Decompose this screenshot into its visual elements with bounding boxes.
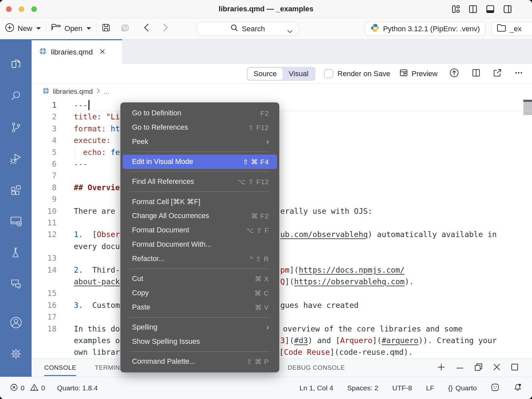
quarto-version[interactable]: Quarto: 1.8.4 [57,384,98,392]
menu-item-edit-in-visual-mode[interactable]: Edit in Visual Mode⇧ ⌘ F4 [123,155,277,169]
menu-divider [130,351,270,352]
menu-item-cut[interactable]: Cut⌘ X [123,272,277,286]
code-line: own librar[Code Reuse](code-reuse.qmd). [32,346,532,358]
menu-item-copy[interactable]: Copy⌘ C [123,286,277,300]
line-number: 10 [35,205,57,217]
menu-item-find-all-references[interactable]: Find All References⌥ ⇧ F12 [123,175,277,189]
warning-icon [30,383,39,393]
back-button[interactable] [144,23,149,34]
cursor-position[interactable]: Ln 1, Col 4 [300,384,333,392]
tab-libraries-qmd[interactable]: libraries.qmd [32,39,122,64]
sidebar-item-explorer[interactable] [0,50,32,81]
code-fragment: ## Overvie [74,182,120,194]
render-icon[interactable] [449,67,460,80]
line-number: 14 [35,264,57,276]
visual-mode-button[interactable]: Visual [283,68,315,80]
interpreter-label: Python 3.12.1 (PipEnv: .venv) [383,25,480,33]
sidebar-item-chat[interactable] [0,269,32,300]
new-button[interactable]: New [5,23,41,35]
line-number: 5 [35,146,57,158]
code-fragment: overview of the core libraries and some [283,323,463,335]
toggle-panel-icon[interactable] [486,5,495,14]
toggle-secondary-sidebar-icon[interactable] [503,5,512,14]
sidebar-item-search[interactable] [0,81,32,112]
menu-item-refactor[interactable]: Refactor...^ ⇧ R [123,252,277,266]
code-line: 163. Customgues have created [32,299,532,311]
new-label: New [18,24,32,33]
language-mode[interactable]: {} Quarto [448,384,477,392]
chevron-down-icon [287,27,293,36]
sidebar-item-testing[interactable] [0,237,32,269]
open-button[interactable]: Open [51,23,91,34]
menu-item-peek[interactable]: Peek› [123,135,277,149]
line-number: 17 [35,311,57,323]
split-editor-icon[interactable] [468,5,477,14]
open-in-new-window-icon[interactable] [493,68,502,79]
search-icon [9,89,23,104]
menu-item-format-cell-k-f[interactable]: Format Cell [⌘K ⌘F] [123,195,277,209]
menu-item-label: Command Palette... [132,357,195,366]
menu-item-spelling[interactable]: Spelling› [123,320,277,334]
source-mode-button[interactable]: Source [248,68,283,80]
code-line: 9 [32,193,532,205]
menu-item-show-spelling-issues[interactable]: Show Spelling Issues [123,334,277,349]
code-editor[interactable]: 1---2title: "Li3format: ht4execute:5 ech… [32,99,532,358]
menu-item-go-to-definition[interactable]: Go to DefinitionF2 [123,106,277,120]
interpreter-selector[interactable]: Python 3.12.1 (PipEnv: .venv) [365,22,485,36]
panel-maximize-icon[interactable] [511,363,519,373]
extensions-icon [9,183,23,198]
sidebar-item-account[interactable] [0,308,32,339]
code-fragment: 3](#d3) and [Arquero](#arquero)). Creati… [280,334,497,346]
menu-item-go-to-references[interactable]: Go to References⇧ F12 [123,120,277,135]
menu-divider [130,269,270,269]
sidebar-item-remote-explorer[interactable] [0,206,32,237]
panel-tab-debug-console[interactable]: DEBUG CONSOLE [288,359,345,377]
panel-tab-console[interactable]: CONSOLE [44,359,76,377]
search-input[interactable]: Search [196,22,299,36]
menu-item-format-document-with[interactable]: Format Document With... [123,237,277,252]
sidebar-item-run-debug[interactable] [0,144,32,175]
notifications-bell-icon[interactable] [513,383,522,393]
render-on-save-checkbox[interactable] [324,69,333,78]
menu-item-paste[interactable]: Paste⌘ V [123,300,277,315]
panel-restore-icon[interactable] [474,363,483,373]
code-line: 13 [32,252,532,264]
line-number: 4 [35,134,57,146]
panel-minimize-icon[interactable] [456,364,464,371]
code-line: 3format: ht [32,123,532,135]
encoding[interactable]: UTF-8 [392,384,412,392]
git-branch-icon [9,121,23,135]
menu-item-label: Go to Definition [132,109,181,117]
project-selector[interactable]: _ex [491,22,532,36]
error-count: 0 [21,384,25,392]
code-fragment: erally use with OJS: [280,205,372,217]
sidebar-item-source-control[interactable] [0,112,32,144]
panel-close-icon[interactable] [493,363,501,373]
preview-button[interactable]: Preview [399,68,438,79]
indentation[interactable]: Spaces: 2 [347,384,378,392]
line-number: 18 [35,323,57,335]
menu-item-label: Cut [132,275,143,283]
sidebar-item-extensions[interactable] [0,175,32,206]
forward-button[interactable] [163,23,168,34]
menu-item-command-palette[interactable]: Command Palette...⇧ ⌘ P [123,354,277,369]
code-line: 18In this dooverview of the core librari… [32,323,532,335]
save-all-button[interactable] [120,23,130,35]
problems-status[interactable]: 0 0 [10,383,45,393]
customize-layout-icon[interactable] [451,5,460,14]
menu-item-shortcut: ⌘ C [254,289,269,297]
more-actions-icon[interactable] [514,68,523,79]
breadcrumb[interactable]: libraries.qmd ... [32,84,532,99]
menu-item-change-all-occurrences[interactable]: Change All Occurrences⌘ F2 [123,209,277,223]
sidebar-item-settings[interactable] [0,339,32,370]
save-button[interactable] [101,23,111,35]
source-visual-toggle: Source Visual [247,67,316,81]
preview-icon [399,68,408,79]
menu-item-format-document[interactable]: Format Document⌥ ⇧ F [123,223,277,237]
code-line: examples o3](#d3) and [Arquero](#arquero… [32,334,532,346]
split-editor-icon[interactable] [471,68,481,79]
close-tab-icon[interactable] [99,48,105,57]
panel-plus-icon[interactable] [437,363,446,373]
feedback-icon[interactable] [491,383,499,393]
eol-sequence[interactable]: LF [426,384,434,392]
